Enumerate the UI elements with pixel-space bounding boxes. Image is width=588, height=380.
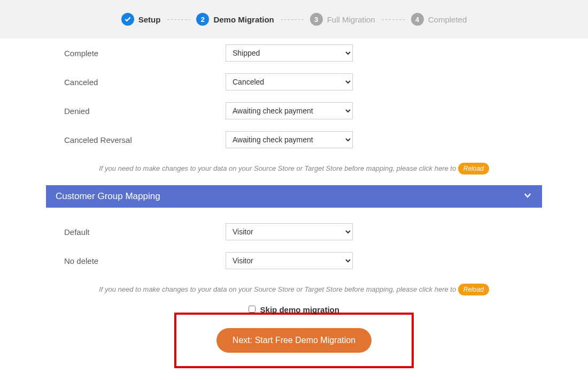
- reload-hint: If you need to make changes to your data…: [0, 275, 588, 302]
- skip-demo-row: Skip demo migration: [0, 302, 588, 315]
- mapping-label: Denied: [0, 107, 161, 116]
- step-demo-circle: 2: [196, 13, 209, 26]
- mapping-label: Canceled Reversal: [0, 135, 161, 145]
- step-demo-label: Demo Migration: [213, 15, 274, 24]
- mapping-label: Complete: [0, 49, 161, 58]
- reload-button[interactable]: Reload: [458, 284, 489, 295]
- next-start-demo-button[interactable]: Next: Start Free Demo Migration: [216, 328, 372, 353]
- chevron-down-icon: [523, 191, 532, 203]
- step-full-label: Full Migration: [327, 15, 375, 24]
- step-completed-circle: 4: [411, 13, 424, 26]
- step-setup-circle: [121, 13, 134, 26]
- step-setup[interactable]: Setup: [121, 13, 161, 26]
- step-divider-icon: - - - - - - -: [281, 15, 304, 24]
- step-demo[interactable]: 2 Demo Migration: [196, 13, 274, 26]
- reload-button[interactable]: Reload: [458, 163, 489, 174]
- section-title: Customer Group Mapping: [56, 191, 160, 202]
- skip-demo-checkbox[interactable]: [249, 306, 256, 313]
- stepper: Setup - - - - - - - 2 Demo Migration - -…: [0, 0, 588, 39]
- reload-hint: If you need to make changes to your data…: [0, 154, 588, 181]
- skip-demo-label: Skip demo migration: [260, 305, 339, 314]
- mapping-select-canceled[interactable]: Canceled: [226, 73, 353, 90]
- mapping-select-canceled-reversal[interactable]: Awaiting check payment: [226, 131, 353, 148]
- mapping-row: Canceled Canceled: [0, 67, 588, 96]
- mapping-row: Complete Shipped: [0, 39, 588, 67]
- step-setup-label: Setup: [138, 15, 161, 24]
- mapping-label: Canceled: [0, 78, 161, 87]
- step-full[interactable]: 3 Full Migration: [310, 13, 375, 26]
- mapping-select-complete[interactable]: Shipped: [226, 44, 353, 62]
- hint-text: If you need to make changes to your data…: [99, 285, 456, 293]
- mapping-select-denied[interactable]: Awaiting check payment: [226, 102, 353, 119]
- customer-group-mapping-header[interactable]: Customer Group Mapping: [46, 185, 542, 208]
- step-divider-icon: - - - - - - -: [167, 15, 190, 24]
- mapping-select-no-delete[interactable]: Visitor: [226, 252, 353, 269]
- mapping-label: No delete: [0, 256, 161, 265]
- mapping-row: Denied Awaiting check payment: [0, 96, 588, 125]
- mapping-row: No delete Visitor: [0, 246, 588, 275]
- step-completed[interactable]: 4 Completed: [411, 13, 467, 26]
- step-divider-icon: - - - - - - -: [382, 15, 405, 24]
- mapping-label: Default: [0, 227, 161, 237]
- mapping-row: Canceled Reversal Awaiting check payment: [0, 125, 588, 154]
- highlight-annotation: Next: Start Free Demo Migration: [174, 313, 414, 368]
- hint-text: If you need to make changes to your data…: [99, 164, 456, 172]
- mapping-select-default[interactable]: Visitor: [226, 223, 353, 240]
- step-full-circle: 3: [310, 13, 323, 26]
- step-completed-label: Completed: [428, 15, 467, 24]
- mapping-row: Default Visitor: [0, 217, 588, 246]
- check-icon: [124, 16, 131, 23]
